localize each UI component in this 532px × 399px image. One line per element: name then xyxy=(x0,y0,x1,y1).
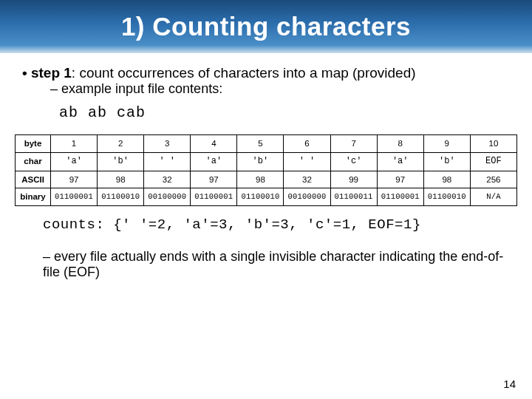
example-input-code: ab ab cab xyxy=(15,104,517,121)
table-row-byte: byte 1 2 3 4 5 6 7 8 9 10 xyxy=(16,135,517,153)
byte-table: byte 1 2 3 4 5 6 7 8 9 10 char 'a' 'b' '… xyxy=(15,134,517,206)
step1-label: step 1 xyxy=(31,65,72,81)
bullet-step1: step 1: count occurrences of characters … xyxy=(15,65,517,97)
row-label-ascii: ASCII xyxy=(16,171,51,188)
bullet-eof-note: every file actually ends with a single i… xyxy=(15,249,517,280)
table-row-binary: binary 01100001 01100010 00100000 011000… xyxy=(16,188,517,206)
slide-number: 14 xyxy=(503,378,516,390)
bullet-example-label: example input file contents: xyxy=(22,81,517,97)
table-row-ascii: ASCII 97 98 32 97 98 32 99 97 98 256 xyxy=(16,171,517,188)
slide-content: step 1: count occurrences of characters … xyxy=(0,53,532,280)
title-bar: 1) Counting characters xyxy=(0,0,532,53)
row-label-binary: binary xyxy=(16,188,51,206)
row-label-char: char xyxy=(16,152,51,171)
counts-line: counts: {' '=2, 'a'=3, 'b'=3, 'c'=1, EOF… xyxy=(15,216,517,233)
table-row-char: char 'a' 'b' ' ' 'a' 'b' ' ' 'c' 'a' 'b'… xyxy=(16,152,517,171)
row-label-byte: byte xyxy=(16,135,51,153)
slide-title: 1) Counting characters xyxy=(121,12,411,41)
step1-text: : count occurrences of characters into a… xyxy=(72,65,416,81)
